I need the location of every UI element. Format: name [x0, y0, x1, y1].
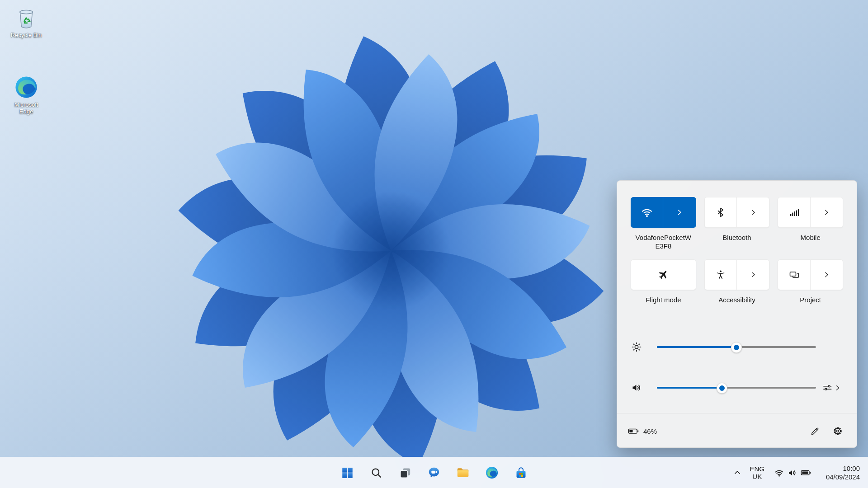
accessibility-button[interactable]	[705, 260, 736, 290]
speaker-icon	[788, 468, 797, 478]
taskbar-center	[337, 457, 531, 488]
language-indicator[interactable]: ENG UK	[745, 462, 769, 483]
chevron-up-icon	[733, 468, 742, 477]
language-line2: UK	[750, 473, 764, 480]
project-tile	[778, 259, 843, 290]
wifi-tile-label: VodafonePocketW E3F8	[631, 233, 696, 254]
bluetooth-expand-button[interactable]	[736, 197, 769, 227]
search-icon	[370, 467, 382, 479]
pencil-icon	[811, 427, 820, 436]
volume-thumb[interactable]	[717, 383, 727, 394]
quick-setting-project: Project	[778, 259, 843, 316]
chat-button[interactable]	[424, 462, 444, 483]
volume-slider[interactable]	[657, 381, 816, 394]
accessibility-tile	[704, 259, 770, 290]
desktop-icon-recycle-bin[interactable]: Recycle Bin	[5, 5, 48, 38]
accessibility-tile-label: Accessibility	[704, 296, 770, 316]
chevron-right-icon	[834, 384, 841, 392]
quick-settings-tiles: VodafonePocketW E3F8 Bluetooth	[631, 197, 843, 316]
brightness-row	[631, 341, 843, 353]
recycle-bin-icon	[14, 5, 38, 30]
battery-status[interactable]: 46%	[628, 426, 657, 436]
microsoft-store-icon	[514, 466, 528, 479]
volume-icon	[631, 382, 642, 393]
cellular-icon	[789, 207, 800, 218]
battery-icon	[801, 468, 811, 478]
settings-button[interactable]	[829, 423, 847, 439]
mobile-tile	[778, 197, 843, 228]
microsoft-store-button[interactable]	[510, 462, 531, 483]
mobile-toggle-button[interactable]	[778, 197, 810, 227]
task-view-icon	[399, 467, 411, 479]
desktop-icon-microsoft-edge[interactable]: Microsoft Edge	[5, 75, 48, 115]
accessibility-icon	[715, 269, 726, 280]
battery-percent-label: 46%	[643, 427, 657, 435]
taskbar: ENG UK 10:00 04/09/2024	[0, 457, 868, 488]
flight-mode-toggle-button[interactable]	[631, 260, 696, 290]
start-button[interactable]	[337, 462, 358, 483]
quick-settings-footer: 46%	[617, 413, 857, 449]
quick-setting-accessibility: Accessibility	[704, 259, 770, 316]
chevron-right-icon	[749, 208, 757, 216]
quick-setting-mobile: Mobile	[778, 197, 843, 254]
volume-row	[631, 381, 843, 394]
project-tile-label: Project	[778, 296, 843, 316]
windows-logo-icon	[341, 467, 354, 479]
wifi-toggle-button[interactable]	[631, 197, 663, 227]
chevron-right-icon	[822, 208, 830, 216]
project-expand-button[interactable]	[810, 260, 843, 290]
wifi-icon	[774, 468, 784, 478]
bluetooth-icon	[715, 207, 726, 218]
project-button[interactable]	[778, 260, 810, 290]
chevron-right-icon	[822, 271, 830, 279]
wifi-icon	[641, 206, 653, 218]
flight-mode-tile[interactable]	[631, 259, 696, 290]
mobile-tile-label: Mobile	[778, 233, 843, 254]
wifi-tile	[631, 197, 696, 228]
wallpaper-bloom	[149, 23, 633, 479]
airplane-icon	[658, 269, 669, 280]
gear-icon	[833, 426, 843, 436]
volume-fill	[657, 387, 722, 389]
edge-icon	[485, 466, 499, 479]
edge-button[interactable]	[481, 462, 502, 483]
bluetooth-tile-label: Bluetooth	[704, 233, 770, 254]
bluetooth-tile	[704, 197, 770, 228]
battery-icon	[628, 426, 639, 436]
desktop-icon-label: Microsoft Edge	[10, 101, 42, 115]
desktop-icon-label: Recycle Bin	[5, 32, 48, 38]
file-explorer-icon	[456, 466, 470, 479]
search-button[interactable]	[366, 462, 387, 483]
accessibility-expand-button[interactable]	[736, 260, 769, 290]
brightness-slider[interactable]	[657, 341, 816, 353]
file-explorer-button[interactable]	[453, 462, 473, 483]
quick-settings-tray-button[interactable]	[769, 462, 816, 483]
project-icon	[789, 269, 800, 280]
chevron-right-icon	[675, 208, 684, 216]
brightness-fill	[657, 346, 736, 348]
clock[interactable]: 10:00 04/09/2024	[816, 462, 863, 483]
quick-setting-bluetooth: Bluetooth	[704, 197, 770, 254]
edit-quick-settings-button[interactable]	[806, 423, 824, 439]
system-tray: ENG UK 10:00 04/09/2024	[730, 457, 863, 488]
time-label: 10:00	[820, 464, 860, 473]
chat-icon	[427, 466, 441, 479]
flight-mode-tile-label: Flight mode	[631, 296, 696, 316]
mobile-expand-button[interactable]	[810, 197, 843, 227]
quick-setting-wifi: VodafonePocketW E3F8	[631, 197, 696, 254]
brightness-icon	[631, 342, 642, 352]
date-label: 04/09/2024	[820, 473, 860, 481]
audio-output-selector[interactable]	[822, 383, 843, 393]
language-line1: ENG	[750, 465, 764, 473]
wifi-expand-button[interactable]	[663, 197, 695, 227]
quick-setting-flight-mode: Flight mode	[631, 259, 696, 316]
task-view-button[interactable]	[395, 462, 415, 483]
quick-settings-panel: VodafonePocketW E3F8 Bluetooth	[617, 180, 857, 448]
audio-output-icon	[822, 383, 832, 393]
bluetooth-toggle-button[interactable]	[705, 197, 736, 227]
brightness-thumb[interactable]	[731, 342, 742, 353]
show-hidden-icons-button[interactable]	[730, 462, 745, 483]
edge-icon	[14, 75, 38, 99]
chevron-right-icon	[749, 271, 757, 279]
